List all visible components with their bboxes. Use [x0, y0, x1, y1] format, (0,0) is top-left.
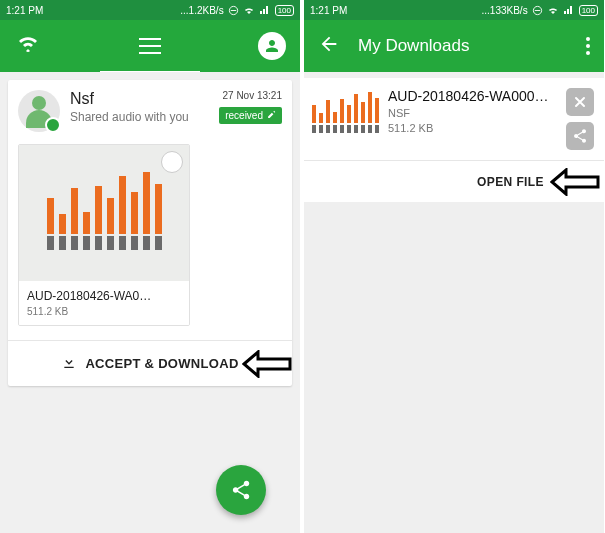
download-filename: AUD-20180426-WA000…	[388, 88, 554, 104]
status-battery: 100	[579, 5, 598, 16]
shared-file-card: Nsf Shared audio with you 27 Nov 13:21 r…	[8, 80, 292, 386]
accept-download-button[interactable]: ACCEPT & DOWNLOAD	[8, 340, 292, 386]
download-icon	[61, 354, 77, 373]
profile-icon[interactable]	[258, 32, 286, 60]
select-circle[interactable]	[161, 151, 183, 173]
status-time: 1:21 PM	[6, 5, 180, 16]
delete-button[interactable]	[566, 88, 594, 116]
open-file-label: OPEN FILE	[477, 175, 544, 189]
status-net: ...133KB/s	[482, 5, 528, 16]
page-title: My Downloads	[358, 36, 568, 56]
tab-nearby-icon[interactable]	[14, 32, 42, 60]
more-options-icon[interactable]	[586, 37, 590, 55]
share-timestamp: 27 Nov 13:21	[219, 90, 282, 101]
app-bar: My Downloads	[304, 20, 604, 72]
annotation-arrow-right	[550, 168, 602, 196]
download-thumbnail[interactable]	[314, 88, 376, 136]
pencil-icon	[267, 110, 276, 121]
content-area-right: AUD-20180426-WA000… NSF 511.2 KB OPEN FI…	[304, 78, 604, 533]
phone-right: 1:21 PM ...133KB/s 100 My Downloads	[304, 0, 604, 533]
file-thumbnail-card[interactable]: AUD-20180426-WA0… 511.2 KB	[18, 144, 190, 326]
open-file-button[interactable]: OPEN FILE	[304, 160, 604, 202]
file-name: AUD-20180426-WA0…	[27, 289, 181, 303]
share-button[interactable]	[566, 122, 594, 150]
status-bar: 1:21 PM ...1.2KB/s 100	[0, 0, 300, 20]
sender-avatar[interactable]	[18, 90, 60, 132]
signal-icon	[563, 4, 575, 16]
download-size: 511.2 KB	[388, 122, 554, 134]
status-badge-label: received	[225, 110, 263, 121]
wifi-icon	[243, 4, 255, 16]
share-fab[interactable]	[216, 465, 266, 515]
download-item: AUD-20180426-WA000… NSF 511.2 KB OPEN FI…	[304, 78, 604, 202]
do-not-disturb-icon	[228, 5, 239, 16]
audio-waveform-icon	[47, 176, 162, 250]
share-subtitle: Shared audio with you	[70, 110, 219, 124]
content-area-left: Nsf Shared audio with you 27 Nov 13:21 r…	[0, 72, 300, 533]
wifi-icon	[547, 4, 559, 16]
phone-left: 1:21 PM ...1.2KB/s 100	[0, 0, 300, 533]
do-not-disturb-icon	[532, 5, 543, 16]
status-net: ...1.2KB/s	[180, 5, 223, 16]
status-bar: 1:21 PM ...133KB/s 100	[304, 0, 604, 20]
menu-icon[interactable]	[139, 38, 161, 54]
signal-icon	[259, 4, 271, 16]
status-time: 1:21 PM	[310, 5, 482, 16]
audio-waveform-icon	[312, 91, 379, 133]
accept-download-label: ACCEPT & DOWNLOAD	[85, 356, 238, 371]
annotation-arrow-left	[242, 350, 294, 378]
status-badge: received	[219, 107, 282, 124]
app-bar	[0, 20, 300, 72]
back-button[interactable]	[318, 33, 340, 59]
sender-name: Nsf	[70, 90, 219, 108]
file-size: 511.2 KB	[27, 306, 181, 317]
download-sender: NSF	[388, 107, 554, 119]
status-battery: 100	[275, 5, 294, 16]
